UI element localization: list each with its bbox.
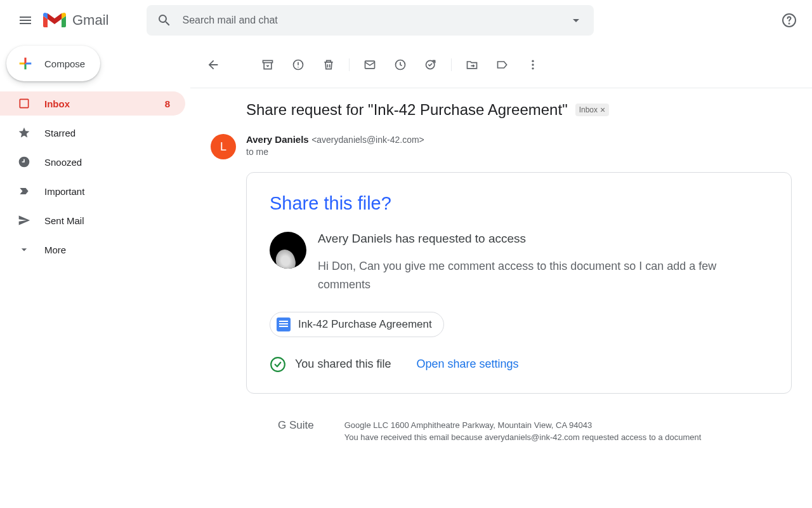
sender-row: L Avery Daniels <averydaniels@ink-42.com…: [211, 134, 802, 159]
spam-button[interactable]: [285, 52, 311, 77]
svg-rect-2: [22, 101, 27, 106]
label-chip-inbox[interactable]: Inbox ×: [575, 104, 610, 116]
archive-button[interactable]: [255, 52, 280, 77]
request-line: Avery Daniels has requested to access: [318, 232, 768, 246]
search-input[interactable]: [182, 15, 568, 26]
label-icon: [496, 58, 509, 71]
gmail-icon: [43, 11, 66, 29]
sidebar-item-starred[interactable]: Starred: [0, 121, 185, 145]
sender-email: <averydaniels@ink-42.com>: [311, 135, 424, 145]
sidebar-item-label: Snoozed: [44, 157, 82, 168]
toolbar-divider: [349, 58, 350, 71]
document-name: Ink-42 Purchase Agreement: [298, 318, 432, 331]
svg-point-8: [532, 60, 534, 62]
docs-icon: [277, 318, 291, 331]
compose-label: Compose: [44, 58, 85, 69]
footer-address: Google LLC 1600 Amphitheatre Parkway, Mo…: [344, 419, 702, 432]
add-to-tasks-button[interactable]: [418, 52, 443, 77]
shared-status: You shared this file: [270, 356, 391, 373]
sender-name: Avery Daniels: [246, 134, 309, 145]
clock-icon: [18, 156, 30, 168]
trash-icon: [322, 58, 335, 71]
sidebar-item-sent[interactable]: Sent Mail: [0, 208, 185, 232]
request-row: Avery Daniels has requested to access Hi…: [270, 232, 768, 294]
svg-point-11: [271, 358, 285, 371]
star-icon: [18, 126, 30, 139]
sidebar: Compose Inbox 8 Starred Snoozed Importan…: [0, 41, 190, 508]
main-container: Compose Inbox 8 Starred Snoozed Importan…: [0, 41, 812, 508]
recipient-line: to me: [246, 147, 424, 157]
share-card-title: Share this file?: [270, 193, 768, 214]
sidebar-item-label: Starred: [44, 128, 75, 138]
snooze-button[interactable]: [388, 52, 413, 77]
sidebar-item-label: Sent Mail: [44, 215, 84, 226]
app-header: Gmail: [0, 0, 812, 41]
search-options-dropdown-icon[interactable]: [568, 13, 584, 28]
archive-icon: [261, 58, 274, 71]
status-row: You shared this file Open share settings: [270, 356, 768, 373]
status-text: You shared this file: [295, 358, 391, 371]
more-vert-icon: [527, 58, 539, 71]
gmail-logo-area[interactable]: Gmail: [43, 11, 108, 29]
add-task-icon: [424, 58, 437, 71]
open-share-settings-link[interactable]: Open share settings: [416, 358, 518, 371]
sidebar-item-label: Important: [44, 186, 84, 197]
inbox-icon: [18, 97, 30, 110]
sidebar-item-important[interactable]: Important: [0, 179, 185, 203]
chevron-down-icon: [18, 243, 30, 256]
sidebar-item-inbox[interactable]: Inbox 8: [0, 91, 185, 116]
footer-text: Google LLC 1600 Amphitheatre Parkway, Mo…: [344, 419, 702, 444]
arrow-back-icon: [206, 58, 220, 72]
search-bar[interactable]: [147, 5, 594, 36]
search-icon: [157, 13, 172, 28]
email-subject: Share request for "Ink-42 Purchase Agree…: [246, 101, 568, 119]
help-button[interactable]: [776, 8, 802, 33]
subject-row: Share request for "Ink-42 Purchase Agree…: [246, 101, 802, 119]
sidebar-item-snoozed[interactable]: Snoozed: [0, 150, 185, 174]
folder-move-icon: [466, 58, 478, 71]
clock-icon: [394, 58, 407, 71]
svg-point-9: [532, 64, 534, 65]
content-area: Share request for "Ink-42 Purchase Agree…: [190, 41, 812, 508]
back-button[interactable]: [200, 52, 226, 77]
hamburger-icon: [18, 13, 33, 28]
document-chip[interactable]: Ink-42 Purchase Agreement: [270, 312, 444, 337]
label-chip-text: Inbox: [579, 105, 598, 114]
compose-button[interactable]: Compose: [6, 46, 100, 81]
svg-point-10: [532, 67, 534, 69]
spam-icon: [292, 58, 304, 71]
svg-rect-3: [263, 60, 273, 62]
gsuite-logo: G Suite: [278, 419, 314, 444]
send-icon: [18, 214, 30, 227]
toolbar-divider: [451, 58, 452, 71]
sender-avatar[interactable]: L: [211, 134, 236, 159]
requester-avatar: [270, 232, 306, 269]
check-circle-icon: [270, 356, 286, 373]
compose-plus-icon: [16, 55, 34, 72]
svg-point-1: [789, 23, 790, 24]
share-request-card: Share this file? Avery Daniels has reque…: [246, 172, 792, 394]
sidebar-item-more[interactable]: More: [0, 237, 185, 262]
mail-icon: [363, 58, 376, 71]
gmail-logo-text: Gmail: [72, 12, 108, 29]
delete-button[interactable]: [316, 52, 341, 77]
sidebar-item-label: Inbox: [44, 98, 70, 109]
main-menu-button[interactable]: [10, 5, 41, 36]
move-to-button[interactable]: [459, 52, 485, 77]
request-message: Hi Don, Can you give me comment access t…: [318, 257, 768, 294]
important-icon: [18, 185, 30, 197]
more-actions-button[interactable]: [520, 52, 546, 77]
labels-button[interactable]: [490, 52, 515, 77]
email-footer: G Suite Google LLC 1600 Amphitheatre Par…: [246, 419, 802, 444]
message-toolbar: [190, 47, 812, 88]
footer-reason: You have received this email because ave…: [344, 431, 702, 444]
inbox-count: 8: [165, 98, 170, 109]
help-icon: [782, 13, 797, 28]
remove-label-icon[interactable]: ×: [600, 105, 605, 115]
email-body: Share request for "Ink-42 Purchase Agree…: [190, 88, 812, 444]
sidebar-item-label: More: [44, 244, 66, 255]
mark-unread-button[interactable]: [357, 52, 383, 77]
